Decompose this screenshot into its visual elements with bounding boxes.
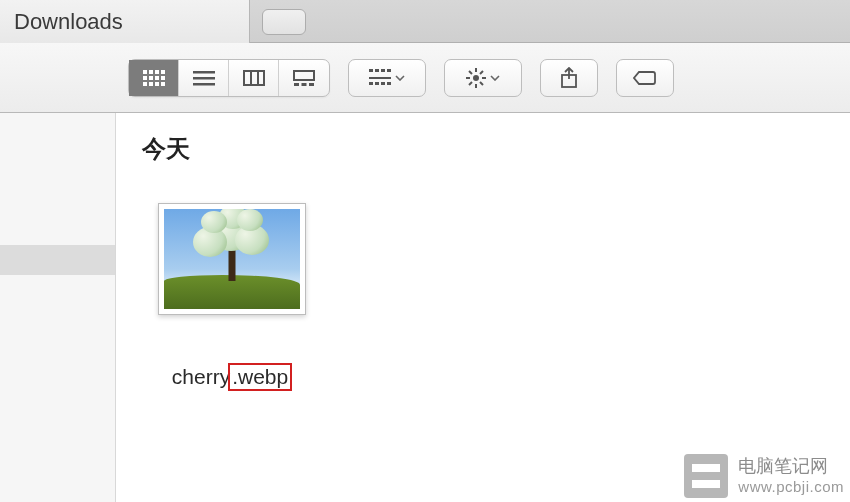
action-menu-button[interactable] bbox=[444, 59, 522, 97]
svg-rect-6 bbox=[155, 76, 159, 80]
svg-rect-1 bbox=[149, 70, 153, 74]
tab-downloads[interactable]: Downloads bbox=[0, 0, 250, 43]
svg-rect-3 bbox=[161, 70, 165, 74]
content-area: 今天 cherry.webp 电脑笔记网 bbox=[116, 113, 850, 502]
view-icon-button[interactable] bbox=[129, 60, 179, 96]
new-tab-button[interactable] bbox=[262, 9, 306, 35]
file-thumbnail bbox=[158, 203, 306, 315]
view-column-button[interactable] bbox=[229, 60, 279, 96]
svg-line-36 bbox=[469, 71, 472, 74]
tag-icon bbox=[633, 70, 657, 86]
chevron-down-icon bbox=[490, 75, 500, 81]
tab-title: Downloads bbox=[14, 9, 123, 35]
svg-rect-28 bbox=[375, 82, 379, 85]
toolbar bbox=[0, 43, 850, 113]
svg-rect-0 bbox=[143, 70, 147, 74]
svg-rect-4 bbox=[143, 76, 147, 80]
watermark-site-name: 电脑笔记网 bbox=[738, 456, 844, 478]
svg-rect-19 bbox=[294, 83, 299, 86]
svg-rect-18 bbox=[294, 71, 314, 80]
group-by-button[interactable] bbox=[348, 59, 426, 97]
chevron-down-icon bbox=[395, 75, 405, 81]
svg-rect-10 bbox=[155, 82, 159, 86]
svg-rect-29 bbox=[381, 82, 385, 85]
gear-icon bbox=[466, 68, 486, 88]
share-button[interactable] bbox=[540, 59, 598, 97]
svg-rect-9 bbox=[149, 82, 153, 86]
watermark-logo-icon bbox=[684, 454, 728, 498]
gallery-icon bbox=[293, 70, 315, 86]
svg-rect-13 bbox=[193, 77, 215, 80]
svg-rect-2 bbox=[155, 70, 159, 74]
svg-rect-15 bbox=[244, 71, 264, 85]
svg-rect-20 bbox=[302, 83, 307, 86]
tab-bar: Downloads bbox=[0, 0, 850, 43]
file-basename: cherry bbox=[172, 365, 230, 389]
sidebar-selected-item[interactable] bbox=[0, 245, 115, 275]
share-icon bbox=[560, 67, 578, 89]
svg-rect-5 bbox=[149, 76, 153, 80]
grid-icon bbox=[143, 70, 165, 86]
svg-line-37 bbox=[480, 82, 483, 85]
section-header: 今天 bbox=[142, 133, 824, 165]
svg-rect-26 bbox=[369, 77, 391, 79]
tags-button[interactable] bbox=[616, 59, 674, 97]
columns-icon bbox=[243, 70, 265, 86]
svg-rect-27 bbox=[369, 82, 373, 85]
group-icon bbox=[369, 69, 391, 87]
svg-rect-23 bbox=[375, 69, 379, 72]
file-item[interactable]: cherry.webp bbox=[142, 203, 322, 391]
svg-line-39 bbox=[480, 71, 483, 74]
svg-rect-8 bbox=[143, 82, 147, 86]
watermark: 电脑笔记网 www.pcbji.com bbox=[684, 454, 844, 498]
svg-rect-25 bbox=[387, 69, 391, 72]
svg-point-31 bbox=[473, 75, 479, 81]
svg-rect-12 bbox=[193, 71, 215, 74]
svg-rect-14 bbox=[193, 83, 215, 86]
svg-rect-30 bbox=[387, 82, 391, 85]
view-list-button[interactable] bbox=[179, 60, 229, 96]
svg-rect-21 bbox=[309, 83, 314, 86]
view-mode-group bbox=[128, 59, 330, 97]
svg-line-38 bbox=[469, 82, 472, 85]
svg-rect-7 bbox=[161, 76, 165, 80]
svg-rect-22 bbox=[369, 69, 373, 72]
svg-rect-11 bbox=[161, 82, 165, 86]
file-extension-highlight: .webp bbox=[228, 363, 292, 391]
window-body: 今天 cherry.webp 电脑笔记网 bbox=[0, 113, 850, 502]
sidebar bbox=[0, 113, 116, 502]
file-name-label[interactable]: cherry.webp bbox=[172, 363, 292, 391]
view-gallery-button[interactable] bbox=[279, 60, 329, 96]
watermark-url: www.pcbji.com bbox=[738, 478, 844, 496]
svg-rect-24 bbox=[381, 69, 385, 72]
list-icon bbox=[193, 70, 215, 86]
